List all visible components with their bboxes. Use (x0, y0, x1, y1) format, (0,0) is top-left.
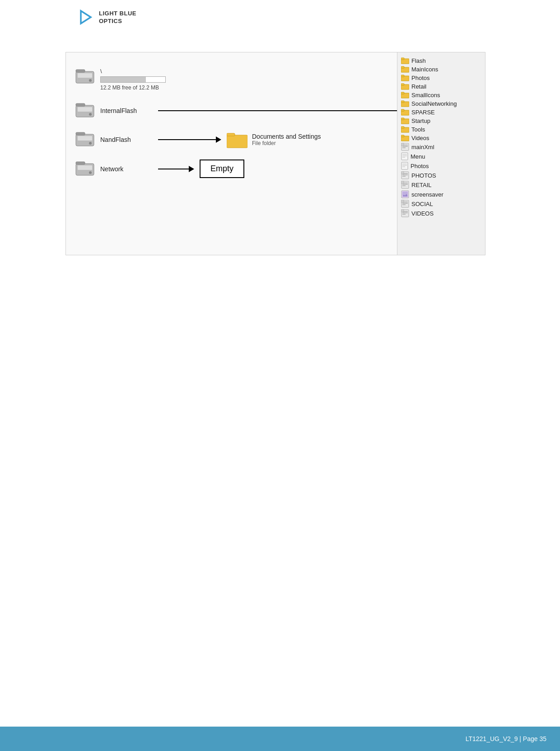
file-item-tools: Tools (401, 126, 481, 133)
svg-marker-0 (81, 11, 91, 23)
svg-rect-2 (78, 73, 92, 78)
file-list-panel: Flash MainIcons Photos Retail SmallIcons… (397, 52, 485, 255)
svg-rect-14 (227, 133, 235, 136)
drive-icon-nandflash (74, 131, 96, 149)
drive-path-root: \ (100, 68, 166, 75)
arrow-nandflash (158, 136, 221, 143)
svg-rect-69 (401, 200, 404, 202)
progress-bar-root (100, 76, 166, 83)
file-item-retail: Retail (401, 83, 481, 90)
file-item-photos: Photos (401, 74, 481, 81)
drive-size-root: 12.2 MB free of 12.2 MB (100, 84, 166, 91)
logo-icon (75, 8, 93, 27)
folder-sublabel-documents: File folder (252, 140, 321, 146)
svg-rect-18 (76, 162, 85, 164)
logo-text: LIGHT BLUE OPTICS (99, 10, 136, 25)
file-item-social: SOCIAL (401, 200, 481, 208)
folder-documents: Documents and Settings File folder (227, 131, 321, 149)
diagram-area: \ 12.2 MB free of 12.2 MB InternalFlash (65, 52, 485, 255)
svg-rect-43 (401, 143, 404, 146)
file-item-retail2: RETAIL (401, 181, 481, 189)
svg-rect-24 (401, 75, 404, 77)
svg-rect-44 (401, 153, 408, 160)
drive-label-internalflash: InternalFlash (100, 107, 154, 114)
svg-rect-38 (401, 135, 404, 137)
svg-rect-8 (76, 103, 85, 106)
svg-rect-6 (78, 107, 92, 112)
file-item-videos: Videos (401, 134, 481, 141)
file-item-mainicons: MainIcons (401, 66, 481, 73)
drive-icon-internalflash (74, 102, 96, 120)
svg-rect-16 (78, 165, 92, 170)
svg-rect-12 (76, 132, 85, 135)
drive-info-root: \ 12.2 MB free of 12.2 MB (100, 68, 166, 91)
folder-icon-documents (227, 131, 247, 149)
drive-label-nandflash: NandFlash (100, 136, 154, 143)
svg-rect-28 (401, 92, 404, 94)
svg-rect-48 (401, 162, 408, 169)
footer-text: LT1221_UG_V2_9 | Page 35 (466, 735, 546, 742)
svg-rect-20 (401, 58, 404, 60)
svg-point-7 (89, 113, 92, 116)
file-item-startup: Startup (401, 117, 481, 124)
file-item-socialnetworking: SocialNetworking (401, 100, 481, 107)
empty-box: Empty (200, 160, 244, 178)
header: LIGHT BLUE OPTICS (0, 0, 560, 27)
svg-rect-4 (76, 70, 85, 72)
file-item-menu: Menu (401, 152, 481, 160)
svg-rect-61 (401, 181, 404, 183)
svg-rect-34 (401, 118, 404, 120)
svg-rect-74 (401, 209, 404, 212)
folder-label-documents: Documents and Settings (252, 133, 321, 140)
footer: LT1221_UG_V2_9 | Page 35 (0, 727, 560, 751)
file-item-flash: Flash (401, 57, 481, 64)
svg-point-3 (89, 79, 92, 82)
file-item-sparse: SPARSE (401, 108, 481, 116)
drive-icon-network (74, 160, 96, 178)
svg-rect-10 (78, 136, 92, 141)
svg-rect-56 (401, 171, 404, 174)
file-item-videos2: VIDEOS (401, 209, 481, 217)
file-item-photos2: Photos (401, 162, 481, 170)
file-item-screensaver: screensaver (401, 190, 481, 198)
svg-rect-32 (401, 109, 404, 111)
file-item-mainxml: mainXml (401, 143, 481, 151)
svg-rect-22 (401, 66, 404, 68)
file-item-smallicons: SmallIcons (401, 91, 481, 99)
svg-rect-36 (401, 127, 404, 128)
svg-rect-30 (401, 101, 404, 103)
drive-label-network: Network (100, 165, 154, 173)
svg-rect-26 (401, 84, 404, 85)
file-item-photos-cap: PHOTOS (401, 171, 481, 179)
svg-rect-13 (227, 135, 247, 148)
svg-point-11 (89, 142, 92, 145)
arrow-network (158, 166, 194, 172)
drive-icon-root (74, 68, 96, 86)
svg-point-17 (89, 171, 92, 174)
